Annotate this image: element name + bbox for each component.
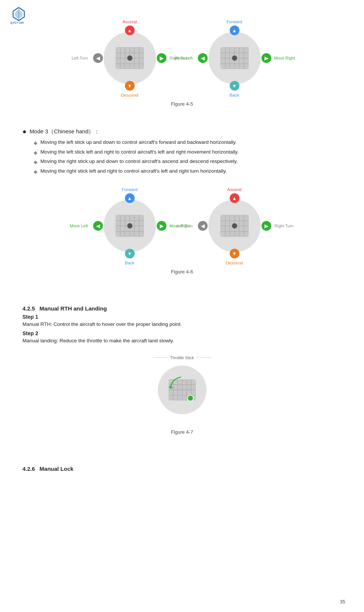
mode3-bullet-1: ◆ Moving the left stick up and down to c… bbox=[34, 139, 342, 147]
section-426-title: Manual Lock bbox=[40, 466, 74, 472]
right-turn-arrow-46: ▶ bbox=[261, 221, 271, 231]
descend-arrow: ▼ bbox=[125, 81, 135, 91]
move-left-label: Move Left bbox=[175, 56, 193, 60]
back-label-46: Back bbox=[125, 261, 135, 265]
stick-dot bbox=[232, 223, 237, 228]
move-left-arrow: ◀ bbox=[198, 53, 208, 63]
figure-46-row: ▲ ▼ ◀ ▶ Forward Back Move Left Move Righ… bbox=[22, 187, 342, 265]
ascend-label-46: Ascend bbox=[227, 187, 241, 192]
figure-47-caption: Figure 4-7 bbox=[22, 429, 342, 435]
page-number: 35 bbox=[340, 599, 345, 605]
stick-dot bbox=[232, 55, 237, 61]
stick-dot bbox=[127, 55, 132, 61]
diamond-icon-1: ◆ bbox=[34, 139, 37, 147]
forward-label: Forward bbox=[226, 19, 242, 24]
mode3-bullet-2: ◆ Moving the left stick left and right t… bbox=[34, 148, 342, 157]
figure-45-caption: Figure 4-5 bbox=[22, 101, 342, 107]
throttle-diagram: Throttle Stick bbox=[145, 352, 220, 425]
step2-label: Step 2 bbox=[22, 330, 342, 336]
ascend-label: Ascend bbox=[122, 19, 137, 24]
step1-label: Step 1 bbox=[22, 314, 342, 320]
section-425-number: 4.2.5 bbox=[22, 305, 35, 312]
figure-45-row: ▲ ▼ ◀ ▶ Ascend Descend Left Turn Right T… bbox=[22, 19, 342, 97]
section-425-header: 4.2.5 Manual RTH and Landing bbox=[22, 305, 342, 312]
left-turn-arrow-46: ◀ bbox=[198, 221, 208, 231]
mode3-bullet-3-text: Moving the right stick up and down to co… bbox=[40, 158, 238, 165]
descend-label-46: Descend bbox=[226, 261, 243, 265]
move-right-arrow: ▶ bbox=[261, 53, 271, 63]
step2-text: Manual landing: Reduce the throttle to m… bbox=[22, 337, 342, 345]
ascend-arrow-46: ▲ bbox=[230, 193, 239, 203]
move-left-label-46: Move Left bbox=[70, 224, 88, 228]
section-425-title: Manual RTH and Landing bbox=[40, 305, 107, 312]
move-left-arrow-46: ◀ bbox=[93, 221, 103, 231]
descend-label: Descend bbox=[121, 93, 138, 97]
move-right-label: Move Right bbox=[274, 56, 295, 60]
left-turn-label-46: Left Turn bbox=[177, 224, 193, 228]
back-arrow-46: ▼ bbox=[125, 249, 135, 258]
throttle-circle bbox=[158, 366, 207, 414]
bullet: ● bbox=[22, 128, 27, 136]
stick-dot bbox=[127, 223, 132, 228]
figure-46-right-stick: ▲ ▼ ◀ ▶ Ascend Descend Left Turn Right T… bbox=[193, 187, 276, 265]
mode3-title-text: Mode 3（Chinese hand）： bbox=[30, 128, 100, 135]
forward-label-46: Forward bbox=[122, 187, 137, 192]
diamond-icon-3: ◆ bbox=[34, 158, 37, 166]
logo: Q-FLY UAV bbox=[7, 6, 30, 25]
svg-text:Q-FLY UAV: Q-FLY UAV bbox=[10, 21, 24, 24]
mode3-bullet-2-text: Moving the left stick left and right to … bbox=[40, 148, 239, 156]
step1-text: Manual RTH: Control the aircraft to hove… bbox=[22, 321, 342, 328]
figure-45-right-stick: ▲ ▼ ◀ ▶ Forward Back Move Left Move Righ… bbox=[193, 19, 276, 97]
diamond-icon-2: ◆ bbox=[34, 149, 37, 157]
right-turn-arrow: ▶ bbox=[157, 53, 166, 63]
forward-arrow-46: ▲ bbox=[125, 193, 135, 203]
ascend-arrow: ▲ bbox=[125, 25, 135, 35]
figure-45-left-stick: ▲ ▼ ◀ ▶ Ascend Descend Left Turn Right T… bbox=[89, 19, 171, 97]
right-turn-label-46: Right Turn bbox=[275, 224, 294, 228]
diamond-icon-4: ◆ bbox=[34, 168, 37, 176]
section-426-number: 4.2.6 bbox=[22, 466, 35, 472]
back-label: Back bbox=[230, 93, 239, 97]
figure-47-container: Throttle Stick bbox=[22, 352, 342, 425]
figure-46-caption: Figure 4-6 bbox=[22, 269, 342, 275]
mode3-bullet-4-text: Moving the right stick left and right to… bbox=[40, 167, 227, 175]
forward-arrow: ▲ bbox=[230, 25, 239, 35]
move-right-arrow-46: ▶ bbox=[157, 221, 166, 231]
throttle-indicator bbox=[187, 395, 194, 402]
figure-46-left-stick: ▲ ▼ ◀ ▶ Forward Back Move Left Move Righ… bbox=[89, 187, 171, 265]
throttle-arrow-svg bbox=[168, 375, 186, 398]
throttle-stick-label: Throttle Stick bbox=[170, 355, 194, 360]
descend-arrow-46: ▼ bbox=[230, 249, 239, 258]
mode3-bullets: ◆ Moving the left stick up and down to c… bbox=[34, 139, 342, 175]
left-turn-label: Left Turn bbox=[72, 56, 88, 60]
mode3-section: ● Mode 3（Chinese hand）： ◆ Moving the lef… bbox=[22, 128, 342, 175]
mode3-bullet-4: ◆ Moving the right stick left and right … bbox=[34, 167, 342, 176]
section-426-header: 4.2.6 Manual Lock bbox=[22, 466, 342, 472]
back-arrow: ▼ bbox=[230, 81, 239, 91]
mode3-title: ● Mode 3（Chinese hand）： bbox=[22, 128, 342, 136]
mode3-bullet-1-text: Moving the left stick up and down to con… bbox=[40, 139, 237, 146]
mode3-bullet-3: ◆ Moving the right stick up and down to … bbox=[34, 158, 342, 166]
left-turn-arrow: ◀ bbox=[93, 53, 103, 63]
